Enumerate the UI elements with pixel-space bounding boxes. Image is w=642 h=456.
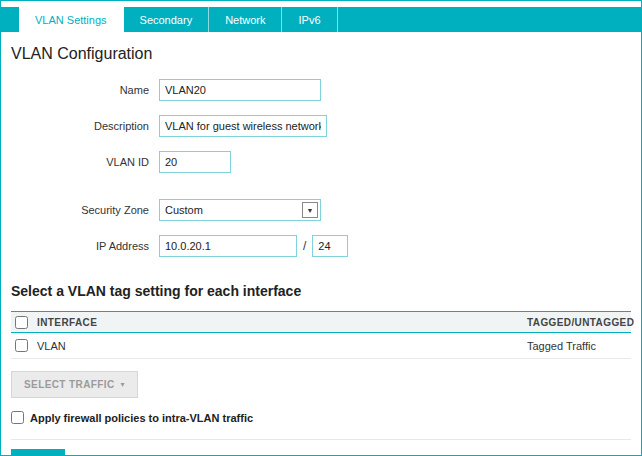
select-all-checkbox[interactable] [15,316,28,329]
tagged-column-header: TAGGED/UNTAGGED [527,317,631,328]
interface-section-title: Select a VLAN tag setting for each inter… [11,283,631,299]
tab-bar: VLAN Settings Secondary Network IPv6 [1,7,641,32]
ip-address-row: IP Address / [11,235,631,257]
select-traffic-label: SELECT TRAFFIC [24,379,115,390]
tab-network[interactable]: Network [209,7,282,32]
select-traffic-button[interactable]: SELECT TRAFFIC ▾ [11,371,138,398]
page-title: VLAN Configuration [11,45,631,63]
ip-mask-input[interactable] [312,235,348,257]
name-row: Name [11,79,631,101]
apply-policy-checkbox[interactable] [11,411,24,424]
name-input[interactable] [159,79,321,101]
interface-column-header: INTERFACE [37,317,527,328]
name-label: Name [11,84,159,96]
row-checkbox[interactable] [15,339,28,352]
footer-actions: SAVE CANCEL [11,439,631,456]
security-zone-row: Security Zone Custom ▼ [11,199,631,221]
vlan-configuration-panel: VLAN Configuration Name Description VLAN… [1,45,641,456]
apply-policy-row: Apply firewall policies to intra-VLAN tr… [11,411,631,424]
interface-table-header: INTERFACE TAGGED/UNTAGGED [11,311,631,333]
row-checkbox-cell [11,339,37,352]
interface-table: INTERFACE TAGGED/UNTAGGED VLAN Tagged Tr… [11,311,631,359]
ip-address-label: IP Address [11,240,159,252]
ip-mask-separator: / [303,239,306,253]
description-label: Description [11,120,159,132]
description-input[interactable] [159,115,327,137]
caret-down-icon: ▾ [121,380,125,389]
tab-ipv6[interactable]: IPv6 [282,7,337,32]
vlan-id-label: VLAN ID [11,156,159,168]
security-zone-select[interactable]: Custom ▼ [159,199,321,221]
apply-policy-label: Apply firewall policies to intra-VLAN tr… [30,412,253,424]
tagged-value: Tagged Traffic [527,340,631,352]
table-row: VLAN Tagged Traffic [11,333,631,359]
select-all-cell [11,316,37,329]
chevron-down-icon: ▼ [302,202,318,218]
tab-secondary[interactable]: Secondary [124,7,210,32]
vlan-id-row: VLAN ID [11,151,631,173]
security-zone-value: Custom [160,204,302,216]
tab-vlan-settings[interactable]: VLAN Settings [19,7,124,32]
description-row: Description [11,115,631,137]
vlan-id-input[interactable] [159,151,231,173]
ip-address-input[interactable] [159,235,297,257]
save-button[interactable]: SAVE [11,449,65,456]
vlan-settings-window: VLAN Settings Secondary Network IPv6 VLA… [0,0,642,456]
interface-name: VLAN [37,340,527,352]
security-zone-label: Security Zone [11,204,159,216]
